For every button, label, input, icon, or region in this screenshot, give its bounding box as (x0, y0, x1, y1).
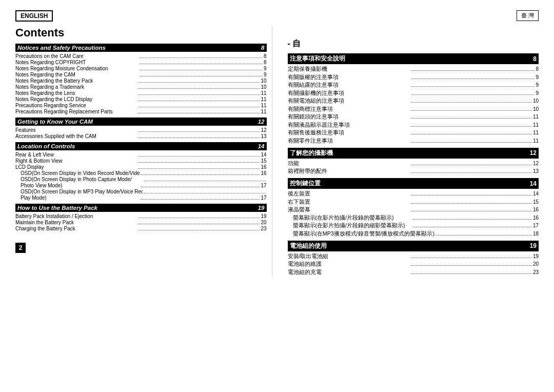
page: ENGLISH 臺 灣 Contents Notices and Safety … (0, 0, 554, 392)
dots (141, 187, 260, 187)
page-num: 17 (261, 195, 266, 201)
toc-ctrl-zh-4: 螢幕顯示(在影片拍攝/片段錄的縮影螢幕顯示) 17 (288, 222, 539, 229)
toc-label: Rear & Left View (15, 152, 137, 158)
section-label-zh: 注意事項和安全說明 (290, 54, 345, 63)
toc-battery-charge: Charging the Battery Pack 23 (15, 226, 267, 231)
toc-label: OSD(On Screen Display in MP3 Play Mode/V… (21, 189, 143, 194)
toc-battery: Notes Regarding the Battery Pack 10 (15, 78, 267, 84)
dots (410, 195, 532, 195)
page-num: 10 (533, 106, 539, 112)
toc-label: Precautions on the CAM Care (15, 53, 138, 59)
page-num: 15 (533, 199, 539, 205)
dots (410, 273, 532, 274)
page-num: 19 (261, 213, 266, 219)
toc-lcd: Notes Regarding the LCD Display 11 (15, 96, 267, 102)
dots (410, 165, 532, 165)
section-controls-zh: 控制鍵位置 14 (288, 178, 539, 189)
page-num: 10 (261, 78, 266, 84)
dots (413, 227, 532, 227)
page-num: 11 (261, 96, 266, 102)
section-page-zh: 14 (530, 180, 537, 187)
page-num: 13 (533, 168, 539, 174)
page-num: 11 (533, 114, 539, 120)
toc-trademark: Notes Regarding a Trademark 10 (15, 84, 267, 90)
toc-label: 有關電池組的注意事項 (288, 97, 409, 105)
toc-ctrl-zh-3: 螢幕顯示(在影片拍攝/片段錄的螢幕顯示) 16 (288, 214, 539, 222)
toc-label: 螢幕顯示(在影片拍攝/片段錄的縮影螢幕顯示) (293, 222, 412, 229)
section-page: 12 (258, 119, 265, 125)
page-num: 19 (533, 253, 539, 259)
dots (410, 110, 532, 111)
toc-bat-zh-1: 電池組的維護 20 (288, 261, 539, 268)
toc-label: 安裝/取出電池組 (288, 253, 409, 260)
page-num: 12 (261, 127, 266, 133)
dots (138, 218, 260, 218)
dots (140, 70, 263, 70)
toc-lens: Notes Regarding the Lens 11 (15, 90, 267, 96)
section-battery: How to Use the Battery Pack 19 (15, 204, 267, 212)
toc-label: 定期保養攝影機 (288, 66, 411, 73)
toc-label: 有關液晶顯示器注意事項 (288, 122, 409, 129)
toc-label: Features (15, 127, 137, 133)
section-battery-zh: 電池組的使用 19 (288, 241, 539, 251)
toc-label: LCD Display (15, 164, 137, 170)
page-num: 16 (261, 170, 266, 176)
section-page-zh: 19 (530, 242, 537, 249)
dots (144, 193, 266, 193)
toc-label: Accessories Supplied with the CAM (15, 133, 137, 139)
toc-label: Battery Pack Installation / Ejection (15, 213, 137, 219)
section-label: Location of Controls (17, 143, 75, 149)
dots (411, 94, 535, 95)
dots (411, 70, 535, 71)
page-num: 23 (261, 226, 266, 231)
dots (411, 86, 535, 87)
page-num: 14 (261, 152, 266, 158)
page-number-badge: 2 (15, 243, 26, 253)
toc-ctrl-zh-1: 右下裝置 15 (288, 199, 539, 206)
right-title: - 自 (288, 38, 539, 49)
dots (410, 126, 532, 127)
page-num: 9 (536, 90, 539, 96)
toc-label: Notes Regarding COPYRIGHT (15, 60, 138, 65)
toc-label: OSD(On Screen Display in Photo Capture M… (21, 177, 143, 182)
dots (413, 219, 532, 220)
toc-moisture: Notes Regarding Moisture Condensation 9 (15, 66, 267, 71)
lang-badge-en: ENGLISH (15, 10, 53, 22)
toc-label: 後左裝置 (288, 190, 409, 198)
page-num: 11 (533, 122, 539, 128)
toc-zh-5: 有關商標注意事項 10 (288, 106, 539, 113)
page-num: 10 (533, 98, 539, 104)
page-num: 16 (533, 215, 539, 221)
toc-know-zh-1: 箱裡附帶的配件 13 (288, 168, 539, 175)
toc-label: 有關鏡頭的注意事項 (288, 113, 409, 121)
section-getting-to-know: Getting to Know Your CAM 12 (15, 117, 267, 126)
page-num: 16 (261, 164, 266, 170)
section-location: Location of Controls 14 (15, 142, 267, 150)
dots (144, 181, 266, 181)
right-column: - 自 注意事項和安全說明 8 定期保養攝影機 8 有關版權的注意事項 9 有關… (283, 26, 539, 277)
dots (140, 76, 263, 76)
toc-label: Notes Regarding the LCD Display (15, 96, 137, 102)
toc-osd-video: OSD(On Screen Display in Video Record Mo… (15, 170, 267, 176)
page-num: 14 (533, 191, 539, 197)
dots (141, 199, 260, 200)
toc-label: 有關版權的注意事項 (288, 74, 411, 81)
dots (138, 168, 260, 169)
toc-label: 右下裝置 (288, 199, 409, 206)
dots (140, 64, 263, 64)
page-num: 9 (264, 66, 267, 71)
contents-title: Contents (15, 26, 267, 40)
page-num: 9 (536, 82, 539, 88)
toc-label: 功能 (288, 160, 409, 167)
toc-zh-1: 有關版權的注意事項 9 (288, 74, 539, 81)
page-num: 11 (261, 109, 266, 114)
dots (138, 113, 260, 113)
section-notices: Notices and Safety Precautions 8 (15, 44, 267, 52)
dots (138, 230, 260, 230)
toc-label: OSD(On Screen Display in Video Record Mo… (21, 170, 140, 176)
toc-osd-mp3-1: OSD(On Screen Display in MP3 Play Mode/V… (15, 189, 267, 194)
toc-label: Notes Regarding Moisture Condensation (15, 66, 138, 71)
dots (410, 258, 532, 258)
toc-zh-4: 有關電池組的注意事項 10 (288, 97, 539, 105)
page-num: 11 (261, 103, 266, 108)
